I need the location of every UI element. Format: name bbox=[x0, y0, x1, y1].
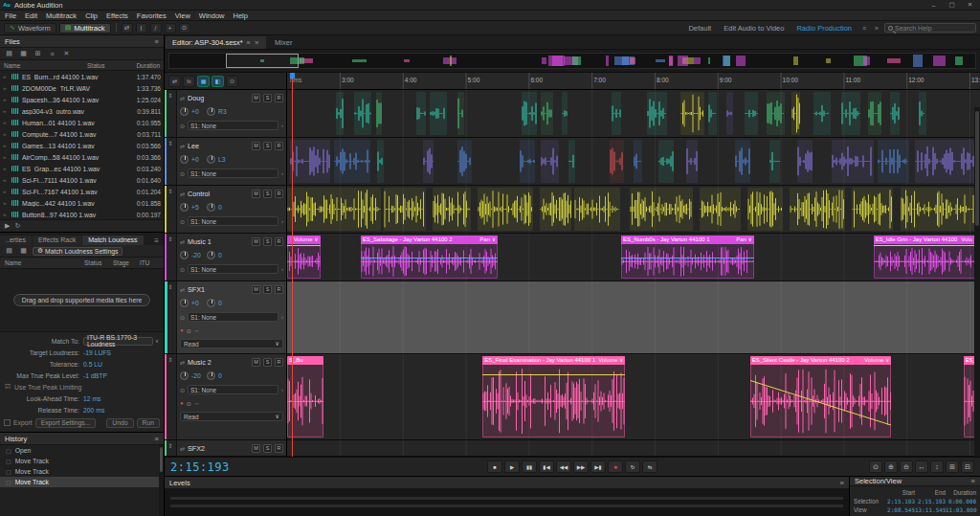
overflow-icon[interactable]: » bbox=[872, 25, 881, 32]
menu-item[interactable]: Help bbox=[234, 11, 248, 20]
audio-clip[interactable] bbox=[541, 140, 559, 183]
mute-button[interactable]: M bbox=[252, 285, 260, 294]
track-name[interactable]: Doug bbox=[188, 94, 249, 102]
zoom-button[interactable]: ⊕ bbox=[884, 460, 898, 473]
volume-value[interactable]: -20 bbox=[191, 252, 204, 258]
audio-clip[interactable] bbox=[568, 140, 575, 183]
lane-tool-button[interactable]: ▦ bbox=[197, 76, 210, 87]
volume-value[interactable]: +5 bbox=[191, 204, 204, 211]
pan-value[interactable]: 0 bbox=[218, 372, 231, 379]
track-header[interactable]: ⇄ Music 1 M S R -20 bbox=[177, 234, 287, 280]
match-field-row[interactable]: Tolerance: 0.5 LU ∨ bbox=[5, 359, 159, 369]
input-selector[interactable]: S1: None bbox=[188, 168, 278, 178]
solo-button[interactable]: S bbox=[263, 358, 272, 367]
file-row[interactable]: » Sci-Fi...7167 44100 1.wav 0:01.204 bbox=[0, 186, 164, 197]
match-field-row[interactable]: Max True Peak Level: -1 dBTP ∨ bbox=[5, 370, 159, 380]
file-row[interactable]: » Button8...97 44100 1.wav 0:00.197 bbox=[0, 209, 164, 219]
workspace-menu-icon[interactable]: ≡ bbox=[859, 25, 869, 32]
scrollbar[interactable] bbox=[159, 445, 164, 516]
audio-clip[interactable] bbox=[290, 140, 330, 183]
tool-button[interactable]: ⊙ bbox=[179, 23, 190, 34]
audio-clip[interactable] bbox=[647, 92, 666, 135]
tool-button[interactable]: / bbox=[150, 23, 162, 34]
pan-value[interactable]: L3 bbox=[218, 156, 231, 163]
volume-knob[interactable] bbox=[180, 107, 189, 116]
file-row[interactable]: » 2DOM00De_TrLR.WAV 1:33.736 bbox=[0, 82, 164, 94]
mute-button[interactable]: M bbox=[252, 444, 260, 453]
panel-menu-icon[interactable]: ≡ bbox=[151, 236, 162, 245]
monitor-icon[interactable]: ⊙ bbox=[187, 327, 191, 334]
transport-button[interactable]: ▶▮ bbox=[590, 460, 606, 473]
panel-menu-icon[interactable]: ≡ bbox=[247, 39, 251, 46]
drag-handle-icon[interactable]: ⇄ bbox=[180, 143, 185, 149]
track-name[interactable]: SFX2 bbox=[188, 444, 249, 453]
transport-button[interactable]: ◀◀ bbox=[556, 460, 571, 473]
start-value[interactable]: 2:08.545 bbox=[884, 506, 915, 513]
clip-header[interactable]: ES_Sabotage - Jay Varton 44100 2 Pan ∨ bbox=[361, 236, 498, 244]
file-row[interactable]: » Human...01 44100 1.wav 0:10.955 bbox=[0, 117, 164, 128]
field-value[interactable]: ITU-R BS.1770-3 Loudness bbox=[83, 337, 153, 346]
arm-record-button[interactable]: R bbox=[275, 190, 283, 198]
history-item[interactable]: ▢ Move Track bbox=[0, 456, 164, 466]
audio-clip[interactable] bbox=[376, 92, 383, 135]
audio-clip[interactable] bbox=[878, 140, 909, 183]
latch-icon[interactable]: ↔ bbox=[194, 400, 200, 406]
files-toolbar-icon[interactable]: ▦ bbox=[18, 50, 29, 57]
pan-value[interactable]: 0 bbox=[218, 252, 231, 258]
track-header[interactable]: ⇄ Control M S R +5 0 bbox=[177, 186, 287, 233]
audio-clip[interactable] bbox=[832, 140, 873, 183]
lane-tool-button[interactable]: ◧ bbox=[212, 76, 224, 87]
lane-tool-button[interactable]: ⇄ bbox=[168, 76, 181, 87]
audio-clip[interactable] bbox=[384, 188, 425, 231]
record-enable-icon[interactable]: ● bbox=[180, 327, 184, 333]
mute-button[interactable]: M bbox=[252, 237, 260, 246]
volume-knob[interactable] bbox=[180, 203, 189, 212]
audio-clip[interactable] bbox=[630, 188, 692, 231]
audio-clip[interactable] bbox=[562, 92, 568, 135]
track-color-strip[interactable]: ⇕ bbox=[165, 440, 177, 456]
solo-button[interactable]: S bbox=[263, 285, 272, 294]
latch-icon[interactable]: ↔ bbox=[194, 327, 200, 333]
start-value[interactable]: 2:15.193 bbox=[884, 498, 915, 505]
lane-tool-button[interactable]: ⊙ bbox=[226, 76, 238, 87]
audio-clip[interactable] bbox=[377, 140, 384, 183]
audio-clip[interactable] bbox=[841, 92, 860, 135]
panel-menu-icon[interactable]: ≡ bbox=[971, 477, 975, 485]
workspace-button[interactable]: Default bbox=[683, 23, 716, 34]
panel-tab[interactable]: Effects Rack bbox=[33, 236, 81, 245]
audio-clip[interactable] bbox=[680, 92, 704, 135]
transport-button[interactable]: ⇆ bbox=[642, 460, 657, 473]
track-header[interactable]: ⇄ Music 2 M S R -20 bbox=[177, 354, 287, 439]
volume-envelope[interactable] bbox=[482, 374, 625, 375]
files-toolbar-icon[interactable]: ≡ bbox=[47, 51, 57, 57]
match-footer-button[interactable]: Export Settings... bbox=[35, 418, 97, 428]
window-button[interactable]: ▢ bbox=[945, 0, 959, 10]
match-drop-zone[interactable]: Drag and drop supported media files here bbox=[0, 269, 164, 332]
match-footer-button[interactable]: Run bbox=[137, 418, 160, 428]
match-field-row[interactable]: ☑ Use True Peak Limiting ∨ bbox=[5, 382, 159, 392]
files-toolbar-icon[interactable]: ▤ bbox=[4, 50, 14, 57]
audio-clip[interactable] bbox=[658, 140, 674, 183]
track-color-strip[interactable]: ⇕ bbox=[165, 186, 177, 233]
match-field-row[interactable]: Release Time: 200 ms ∨ bbox=[5, 405, 159, 415]
match-field-row[interactable]: Match To: ITU-R BS.1770-3 Loudness ∨ bbox=[5, 336, 159, 346]
panel-tab[interactable]: ..erties bbox=[0, 236, 32, 245]
clip-envelope-selector[interactable]: Pan ∨ bbox=[736, 236, 752, 244]
tool-button[interactable]: I bbox=[136, 23, 147, 34]
audio-clip[interactable] bbox=[574, 188, 619, 231]
monitor-icon[interactable]: ⊙ bbox=[187, 400, 191, 407]
volume-value[interactable]: -20 bbox=[191, 372, 204, 379]
clip-envelope-selector[interactable]: Volume ∨ bbox=[294, 236, 319, 244]
track-color-strip[interactable]: ⇕ bbox=[165, 90, 177, 137]
input-selector[interactable]: S1: None bbox=[188, 385, 278, 394]
track-name[interactable]: Music 1 bbox=[188, 237, 249, 246]
audio-clip[interactable] bbox=[813, 92, 830, 135]
column-stage[interactable]: Stage bbox=[113, 259, 140, 266]
history-item[interactable]: ▢ Move Track bbox=[0, 477, 164, 487]
zoom-button[interactable]: ↕ bbox=[930, 460, 944, 473]
pan-knob[interactable] bbox=[207, 107, 215, 116]
arm-record-button[interactable]: R bbox=[275, 285, 283, 294]
track-color-strip[interactable]: ⇕ bbox=[165, 234, 177, 280]
audio-clip[interactable] bbox=[726, 92, 733, 135]
pan-knob[interactable] bbox=[207, 251, 215, 259]
